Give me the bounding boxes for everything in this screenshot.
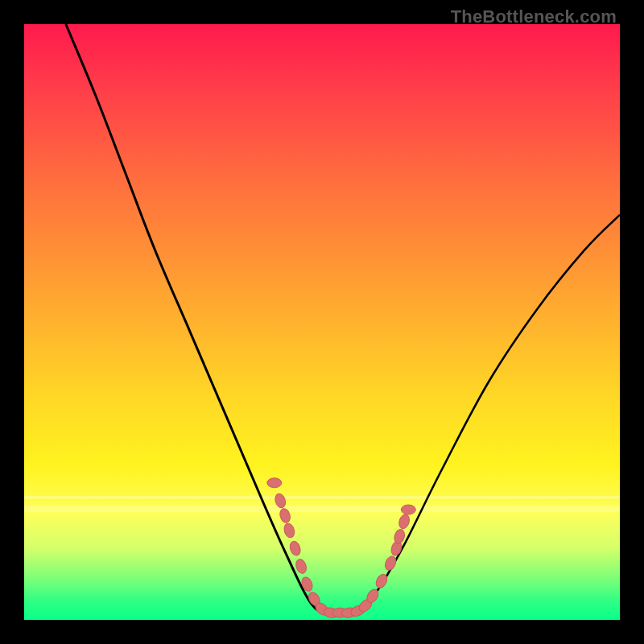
- plot-area: [24, 24, 620, 620]
- curve-group: [66, 24, 620, 615]
- valley-marker: [274, 493, 287, 510]
- valley-marker: [398, 513, 411, 530]
- curve-left: [66, 24, 346, 615]
- curve-right: [346, 215, 620, 614]
- valley-marker: [383, 555, 398, 572]
- valley-marker: [267, 478, 282, 488]
- valley-marker: [401, 505, 415, 514]
- valley-marker: [295, 558, 308, 575]
- curve-svg: [24, 24, 620, 620]
- marker-group: [267, 478, 416, 619]
- valley-marker: [283, 522, 296, 539]
- chart-frame: TheBottleneck.com: [0, 0, 644, 644]
- valley-marker: [288, 540, 302, 557]
- valley-marker: [279, 507, 292, 524]
